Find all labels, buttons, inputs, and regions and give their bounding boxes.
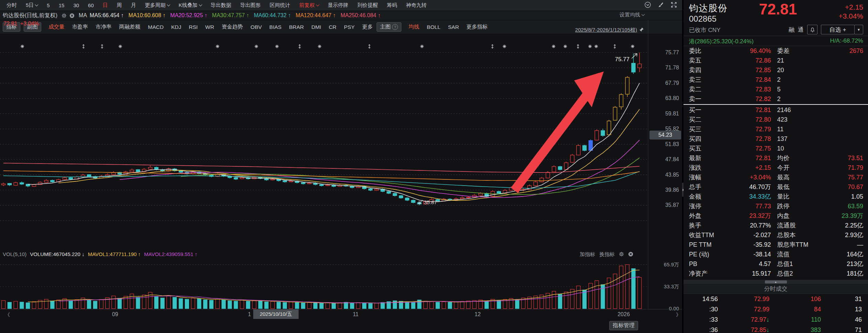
event-star-icon[interactable] [216, 45, 219, 48]
toolbar-item-导出图形[interactable]: 导出图形 [236, 2, 265, 9]
event-star-icon[interactable] [594, 45, 598, 48]
tick-list-title: 分时成交 [683, 284, 868, 294]
toolbar-item-区间统计[interactable]: 区间统计 [265, 2, 295, 9]
favorite-dropdown[interactable]: ▼ [854, 25, 863, 34]
set-ma-button[interactable]: 设置均线 [620, 12, 644, 18]
stat-row: 涨幅+3.04%最高75.77 [683, 173, 868, 182]
brush-icon[interactable] [657, 1, 664, 10]
event-updown-icon[interactable] [492, 45, 493, 48]
scroll-right-button[interactable]: 》 [676, 312, 681, 318]
event-updown-icon[interactable] [369, 45, 370, 48]
close-circle-icon[interactable] [69, 13, 75, 18]
event-star-icon[interactable] [564, 45, 567, 48]
svg-text:2026: 2026 [617, 311, 630, 317]
ask-row: 卖四72.8520 [683, 65, 868, 75]
bid-row: 买一72.812146 [683, 105, 868, 115]
stat-row: 金额34.33亿量比1.05 [683, 192, 868, 201]
event-star-icon[interactable] [420, 45, 424, 48]
stat-row: PE (动)-38.14流值164亿 [683, 249, 868, 259]
tick-list: 14:5672.9910631:3072.998413:3372.97↓1104… [683, 294, 868, 333]
toolbar-item-显示停牌[interactable]: 显示停牌 [323, 2, 353, 9]
event-star-icon[interactable] [588, 45, 592, 48]
ask-row: 卖一72.822 [683, 94, 868, 104]
svg-text:75.77: 75.77 [615, 56, 630, 63]
ma-lines [3, 83, 639, 303]
event-markers [21, 45, 634, 48]
close-circle-icon[interactable] [628, 252, 633, 258]
margin-tag: 融 [789, 26, 794, 34]
order-book-divider [683, 104, 868, 105]
toolbar-icons [644, 0, 677, 11]
event-updown-icon[interactable] [577, 45, 579, 48]
add-indicator-button[interactable]: 加指标 [580, 251, 595, 258]
tick-row: 14:5672.9910631 [683, 294, 868, 304]
hk-quote-row: 港(2865):25.320(-0.24%) H/A:-68.72% [683, 36, 868, 46]
svg-text:75.77: 75.77 [665, 49, 679, 55]
switch-indicator-button[interactable]: 换指标 [599, 251, 615, 258]
event-star-icon[interactable] [503, 45, 506, 48]
price-change: +2.15+3.04% [838, 3, 863, 21]
stat-row: PE TTM-35.92股息率TTM— [683, 240, 868, 249]
panel-drag-divider[interactable]: ▲ [683, 280, 868, 284]
svg-text:71.78: 71.78 [665, 65, 679, 70]
event-star-icon[interactable] [275, 45, 279, 48]
big-red-arrow [514, 93, 588, 190]
scroll-left-button[interactable]: 《 [5, 312, 10, 318]
toolbar-item-周[interactable]: 周 [112, 2, 126, 9]
svg-text:2025/10/10/五: 2025/10/10/五 [260, 311, 292, 317]
toolbar-item-神奇九转[interactable]: 神奇九转 [402, 2, 431, 9]
svg-text:1: 1 [248, 311, 251, 317]
collapse-circle-icon[interactable] [644, 1, 651, 10]
indicator-manage-button[interactable]: 指标管理 [609, 321, 638, 330]
toolbar-item-5[interactable]: 5 [42, 2, 54, 8]
tick-row: :3372.97↓11046 [683, 314, 868, 325]
add-favorite-button[interactable]: 自选 + [821, 25, 855, 34]
event-star-icon[interactable] [318, 45, 321, 48]
alert-bell-icon[interactable] [807, 25, 817, 34]
event-star-icon[interactable] [255, 45, 258, 48]
toolbar-item-月[interactable]: 月 [126, 2, 141, 9]
toolbar-item-到价提醒[interactable]: 到价提醒 [353, 2, 382, 9]
chart-title: 钧达股份(日线,前复权) [3, 12, 57, 19]
ask-row: 卖五72.8621 [683, 56, 868, 65]
toolbar-item-30[interactable]: 30 [69, 2, 84, 8]
event-updown-icon[interactable] [83, 45, 85, 48]
ma-legend-MA30: MA30:47.757 ↑ [212, 12, 249, 18]
x-axis: 09111122026《》 [5, 311, 681, 318]
toolbar-item-导出数据[interactable]: 导出数据 [206, 2, 236, 9]
connect-tag: 通 [798, 26, 804, 34]
event-star-icon[interactable] [552, 45, 555, 48]
toolbar-item-前复权[interactable]: 前复权 [295, 2, 323, 9]
gear-icon[interactable] [619, 252, 624, 258]
stat-row: 净资产15.917总值2181亿 [683, 269, 868, 278]
toolbar-item-筹码[interactable]: 筹码 [382, 2, 402, 9]
toolbar-item-15[interactable]: 15 [54, 2, 69, 8]
toolbar-item-更多周期[interactable]: 更多周期 [141, 2, 174, 9]
event-updown-icon[interactable] [101, 45, 103, 48]
event-updown-icon[interactable] [299, 45, 301, 48]
event-star-icon[interactable] [21, 45, 24, 48]
chevron-down-icon [316, 3, 319, 7]
toolbar-item-日[interactable]: 日 [98, 2, 112, 9]
chevron-down-icon [199, 3, 202, 7]
toolbar-item-60[interactable]: 60 [84, 2, 98, 8]
toolbar-item-K线叠加[interactable]: K线叠加 [174, 2, 206, 9]
ask-row: 卖三72.842 [683, 75, 868, 85]
order-book: 委比96.40%委差2676卖五72.8621卖四72.8520卖三72.842… [683, 46, 868, 278]
toolbar-item-分时[interactable]: 分时 [2, 2, 21, 9]
fullscreen-icon[interactable] [670, 1, 677, 10]
gear-icon[interactable] [62, 13, 67, 18]
event-star-icon[interactable] [119, 45, 122, 48]
date-tooltip: 2025/10/10/五 [253, 309, 299, 319]
event-updown-icon[interactable] [614, 45, 616, 48]
last-price: 72.81 [759, 1, 797, 18]
toolbar-item-5日[interactable]: 5日 [21, 2, 42, 9]
bid-row: 买四72.78137 [683, 134, 868, 144]
volume-controls: 加指标 换指标 [580, 251, 633, 258]
ma-legend-MA60: MA60:44.732 ↑ [254, 12, 291, 18]
chevron-down-icon [642, 13, 645, 16]
svg-text:54.23: 54.23 [658, 132, 672, 138]
event-star-icon[interactable] [631, 45, 634, 48]
stat-row: 外盘23.32万内盘23.39万 [683, 211, 868, 221]
candlestick-chart[interactable]: 75.7771.7867.7963.8059.8155.8251.8347.84… [0, 20, 682, 319]
